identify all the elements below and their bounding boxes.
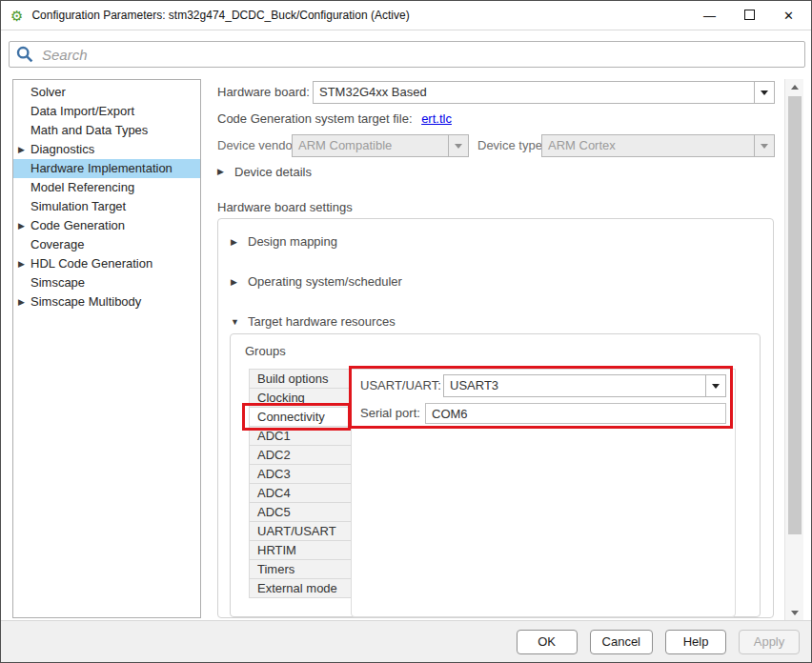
group-item-timers[interactable]: Timers <box>249 559 352 579</box>
groups-list: Build options Clocking Connectivity ADC1… <box>249 369 352 598</box>
hardware-board-settings-label: Hardware board settings <box>217 199 775 216</box>
design-mapping-label: Design mapping <box>248 234 337 249</box>
cancel-button[interactable]: Cancel <box>590 630 653 654</box>
hardware-board-value: STM32G4xx Based <box>319 85 427 99</box>
scrollbar-thumb[interactable] <box>788 96 802 534</box>
sidebar-item-label: Diagnostics <box>30 142 94 156</box>
sidebar-item-simulation-target[interactable]: Simulation Target <box>13 197 200 216</box>
sidebar-item-diagnostics[interactable]: ▶Diagnostics <box>13 140 200 159</box>
sidebar-item-label: Simscape <box>30 275 85 290</box>
collapsed-arrow-icon: ▶ <box>231 237 240 247</box>
hardware-board-combobox[interactable]: STM32G4xx Based <box>313 81 775 104</box>
group-item-connectivity[interactable]: Connectivity <box>249 407 352 427</box>
expander-icon[interactable]: ▶ <box>18 254 30 273</box>
search-input[interactable] <box>9 41 805 68</box>
help-button[interactable]: Help <box>665 630 726 654</box>
dialog-footer: OK Cancel Help Apply <box>1 620 811 662</box>
group-item-adc3[interactable]: ADC3 <box>249 464 352 484</box>
group-item-uart-usart[interactable]: UART/USART <box>249 521 352 541</box>
sidebar-item-hardware-implementation[interactable]: Hardware Implementation <box>13 159 200 178</box>
target-hardware-resources-label: Target hardware resources <box>248 314 396 329</box>
close-icon[interactable]: ✕ <box>783 10 794 22</box>
hardware-board-row: Hardware board: STM32G4xx Based <box>217 81 775 104</box>
sidebar-item-label: Math and Data Types <box>30 123 148 137</box>
hardware-implementation-pane: Hardware board: STM32G4xx Based Code Gen… <box>217 79 775 620</box>
chevron-down-icon <box>448 135 468 156</box>
device-row: Device vendor: ARM Compatible Device typ… <box>217 134 775 157</box>
sidebar-item-simscape-multibody[interactable]: ▶Simscape Multibody <box>13 292 200 311</box>
expander-icon[interactable]: ▶ <box>18 140 30 159</box>
scroll-down-icon[interactable] <box>785 605 804 620</box>
os-scheduler-collapser[interactable]: ▶ Operating system/scheduler <box>231 274 402 289</box>
sidebar-item-label: Simulation Target <box>30 199 126 213</box>
sidebar-item-math-and-data-types[interactable]: Math and Data Types <box>13 121 200 140</box>
group-item-build-options[interactable]: Build options <box>249 369 352 389</box>
target-hardware-resources-box: Groups Build options Clocking Connectivi… <box>230 333 761 617</box>
sidebar-item-label: Hardware Implementation <box>30 161 173 175</box>
ok-button[interactable]: OK <box>517 630 578 654</box>
device-type-label: Device type: <box>477 134 546 157</box>
sidebar-item-coverage[interactable]: Coverage <box>13 235 200 254</box>
window-title: Configuration Parameters: stm32g474_DCDC… <box>31 9 409 22</box>
apply-button: Apply <box>739 630 800 654</box>
group-item-adc5[interactable]: ADC5 <box>249 502 352 522</box>
board-settings-box: ▶ Design mapping ▶ Operating system/sche… <box>217 218 774 618</box>
search-bar <box>9 41 805 68</box>
sidebar-item-simscape[interactable]: Simscape <box>13 273 200 292</box>
chevron-down-icon[interactable] <box>754 82 774 103</box>
sidebar-item-data-import-export[interactable]: Data Import/Export <box>13 102 200 121</box>
group-item-clocking[interactable]: Clocking <box>249 388 352 408</box>
minimize-icon[interactable]: — <box>703 10 716 22</box>
target-hardware-resources-collapser[interactable]: ▼ Target hardware resources <box>231 314 396 329</box>
group-item-adc2[interactable]: ADC2 <box>249 445 352 465</box>
group-item-external-mode[interactable]: External mode <box>249 578 352 598</box>
group-item-hrtim[interactable]: HRTIM <box>249 540 352 560</box>
category-tree: Solver Data Import/Export Math and Data … <box>12 79 201 618</box>
sidebar-item-solver[interactable]: Solver <box>13 83 200 102</box>
device-type-value: ARM Cortex <box>548 138 616 152</box>
scroll-up-icon[interactable] <box>785 79 804 94</box>
vertical-scrollbar <box>784 79 803 620</box>
device-details-label: Device details <box>234 165 312 179</box>
group-item-adc1[interactable]: ADC1 <box>249 426 352 446</box>
device-vendor-combobox: ARM Compatible <box>292 134 469 157</box>
sidebar-item-hdl-code-generation[interactable]: ▶HDL Code Generation <box>13 254 200 273</box>
sidebar-item-label: Code Generation <box>30 218 125 232</box>
sidebar-item-code-generation[interactable]: ▶Code Generation <box>13 216 200 235</box>
target-file-row: Code Generation system target file: ert.… <box>217 110 775 129</box>
sidebar-item-model-referencing[interactable]: Model Referencing <box>13 178 200 197</box>
chevron-down-icon <box>754 135 774 156</box>
device-type-combobox: ARM Cortex <box>541 134 775 157</box>
expander-icon[interactable]: ▶ <box>18 292 30 311</box>
hardware-board-label: Hardware board: <box>217 85 310 99</box>
simulink-gear-icon: ⚙ <box>10 9 23 23</box>
usart-uart-combobox[interactable]: USART3 <box>443 374 726 397</box>
title-bar: ⚙ Configuration Parameters: stm32g474_DC… <box>1 1 811 30</box>
expanded-arrow-icon: ▼ <box>231 317 240 327</box>
sidebar-item-label: Solver <box>30 85 66 99</box>
sidebar-item-label: Model Referencing <box>30 180 134 194</box>
serial-port-input[interactable] <box>425 403 726 424</box>
maximize-icon[interactable] <box>744 10 755 22</box>
collapsed-arrow-icon: ▶ <box>217 167 227 176</box>
ert-tlc-link[interactable]: ert.tlc <box>421 111 452 126</box>
design-mapping-collapser[interactable]: ▶ Design mapping <box>231 234 337 249</box>
usart-uart-value: USART3 <box>450 378 498 392</box>
maximize-box-glyph <box>744 10 755 20</box>
window-controls: — ✕ <box>703 10 802 22</box>
sidebar-item-label: HDL Code Generation <box>30 256 152 271</box>
groups-label: Groups <box>245 344 286 358</box>
search-icon <box>16 46 33 63</box>
serial-port-label: Serial port: <box>360 402 420 425</box>
group-item-adc4[interactable]: ADC4 <box>249 483 352 503</box>
chevron-down-icon[interactable] <box>705 375 725 396</box>
device-vendor-label: Device vendor: <box>217 138 300 152</box>
device-vendor-value: ARM Compatible <box>298 138 392 152</box>
expander-icon[interactable]: ▶ <box>18 216 30 235</box>
target-file-label: Code Generation system target file: <box>217 111 413 126</box>
configuration-parameters-dialog: ⚙ Configuration Parameters: stm32g474_DC… <box>0 0 812 663</box>
device-details-collapser[interactable]: ▶ Device details <box>217 163 775 180</box>
os-scheduler-label: Operating system/scheduler <box>248 274 402 289</box>
connectivity-settings-panel: USART/UART: USART3 Serial port: <box>351 369 736 617</box>
usart-uart-label: USART/UART: <box>360 374 441 397</box>
